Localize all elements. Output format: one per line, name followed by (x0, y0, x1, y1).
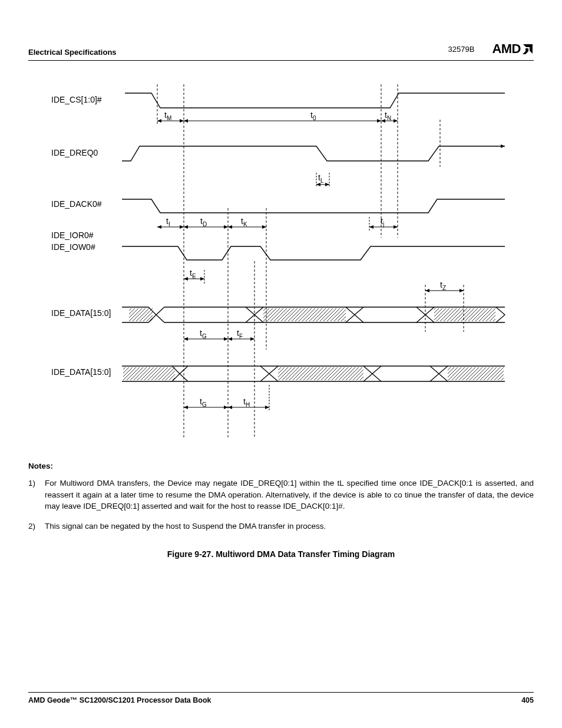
amd-logo: AMD (492, 41, 534, 57)
t-label: tG (200, 397, 207, 408)
svg-rect-24 (129, 308, 153, 321)
note-item: 2) This signal can be negated by the hos… (28, 521, 534, 532)
timing-svg (51, 84, 511, 444)
page-header: Electrical Specifications 32579B AMD (28, 41, 534, 61)
t-label: tI (166, 216, 170, 228)
t-label: tL (318, 173, 323, 184)
timing-diagram: IDE_CS[1:0]# IDE_DREQ0 IDE_DACK0# IDE_IO… (51, 84, 511, 444)
footer-page: 405 (521, 696, 534, 704)
t-label: tK (241, 216, 247, 228)
t-label: tN (385, 110, 391, 121)
svg-rect-30 (278, 367, 363, 380)
notes-section: Notes: 1) For Multiword DMA transfers, t… (28, 462, 534, 532)
svg-rect-29 (123, 367, 175, 380)
t-label: tG (200, 328, 207, 340)
t-label: tj (381, 216, 384, 228)
t-label: tH (243, 397, 250, 408)
page-footer: AMD Geode™ SC1200/SC1201 Processor Data … (28, 692, 534, 704)
header-right: 32579B AMD (448, 41, 534, 57)
svg-rect-31 (448, 367, 504, 380)
section-title: Electrical Specifications (28, 48, 117, 57)
t-label: tM (164, 110, 171, 121)
t-label: tE (190, 268, 196, 279)
t-label: tF (237, 328, 243, 340)
t-label: tZ (440, 280, 446, 291)
figure-caption: Figure 9-27. Multiword DMA Data Transfer… (28, 549, 534, 559)
amd-arrow-icon (522, 43, 534, 55)
t-label: tD (200, 216, 207, 228)
t-label: t0 (310, 110, 316, 121)
doc-code: 32579B (448, 45, 475, 54)
svg-rect-26 (434, 308, 495, 321)
svg-rect-25 (263, 308, 346, 321)
note-item: 1) For Multiword DMA transfers, the Devi… (28, 477, 534, 512)
notes-heading: Notes: (28, 462, 534, 470)
footer-book: AMD Geode™ SC1200/SC1201 Processor Data … (28, 696, 211, 704)
